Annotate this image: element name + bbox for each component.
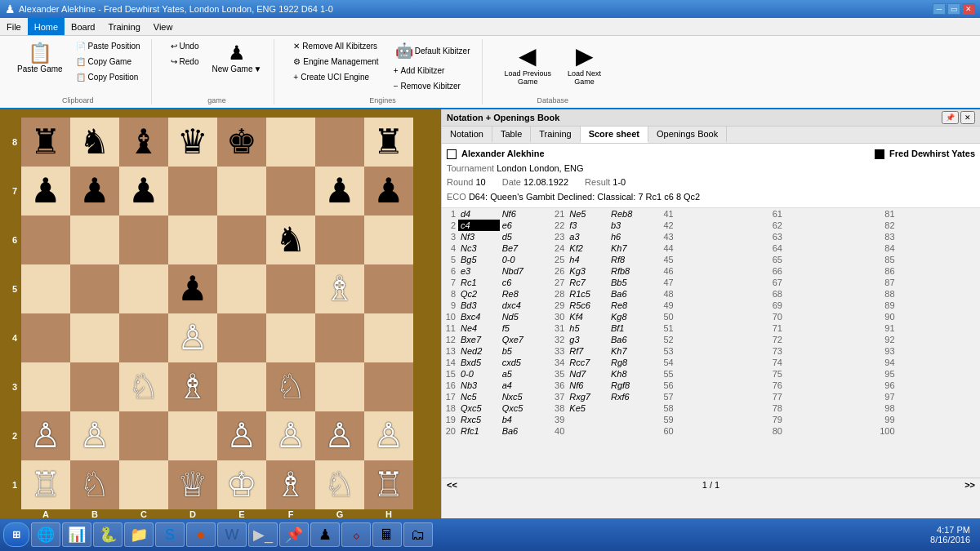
move-black-45[interactable] (717, 254, 759, 265)
sq-c5[interactable] (119, 264, 168, 313)
move-black-23[interactable]: h6 (608, 231, 650, 242)
move-black-71[interactable] (826, 322, 868, 334)
move-black-36[interactable]: Rgf8 (608, 380, 650, 391)
paste-game-button[interactable]: 📋 Paste Game (11, 39, 69, 76)
move-black-33[interactable]: Kh7 (608, 345, 650, 357)
sq-c1[interactable] (119, 460, 168, 509)
move-black-68[interactable] (826, 288, 868, 300)
move-black-58[interactable] (717, 402, 759, 414)
move-black-93[interactable] (938, 345, 980, 357)
move-black-44[interactable] (717, 242, 759, 254)
move-black-54[interactable] (717, 357, 759, 368)
move-white-18[interactable]: Qxc5 (458, 402, 500, 414)
taskbar-explorer[interactable]: 📁 (124, 522, 154, 547)
move-white-63[interactable] (785, 231, 826, 242)
move-black-85[interactable] (938, 254, 980, 265)
move-black-35[interactable]: Kh8 (608, 368, 650, 380)
move-white-27[interactable]: Rc7 (567, 277, 608, 288)
sq-f3[interactable]: ♘ (266, 362, 315, 411)
sq-e8[interactable]: ♚ (217, 118, 266, 167)
tab-table[interactable]: Table (492, 127, 531, 143)
move-black-83[interactable] (938, 231, 980, 242)
sq-g5[interactable]: ♗ (315, 264, 364, 313)
nav-next-next[interactable]: >> (964, 480, 975, 490)
move-black-9[interactable]: dxc4 (500, 300, 541, 311)
move-black-41[interactable] (717, 208, 759, 220)
move-white-60[interactable] (676, 425, 718, 437)
move-white-32[interactable]: g3 (567, 334, 608, 345)
sq-h7[interactable]: ♟ (364, 167, 413, 216)
move-black-57[interactable] (717, 391, 759, 402)
sq-g8[interactable] (315, 118, 364, 167)
sq-c4[interactable] (119, 313, 168, 362)
sq-f8[interactable] (266, 118, 315, 167)
move-white-96[interactable] (898, 380, 939, 391)
move-white-30[interactable]: Kf4 (567, 311, 608, 322)
move-white-92[interactable] (898, 334, 939, 345)
move-black-81[interactable] (938, 208, 980, 220)
move-white-59[interactable] (676, 414, 718, 425)
move-black-87[interactable] (938, 277, 980, 288)
remove-all-kibitzers-button[interactable]: ✕ Remove All Kibitzers (289, 39, 382, 53)
move-black-52[interactable] (717, 334, 759, 345)
move-black-51[interactable] (717, 322, 759, 334)
move-black-65[interactable] (826, 254, 868, 265)
move-black-96[interactable] (938, 380, 980, 391)
sq-a5[interactable] (21, 264, 70, 313)
move-black-94[interactable] (938, 357, 980, 368)
load-next-button[interactable]: ▶ Load NextGame (561, 39, 608, 89)
sq-e4[interactable] (217, 313, 266, 362)
new-game-button[interactable]: ♟ New Game ▼ (206, 39, 267, 76)
move-black-15[interactable]: a5 (500, 368, 541, 380)
move-white-79[interactable] (785, 414, 826, 425)
move-white-53[interactable] (676, 345, 718, 357)
move-black-66[interactable] (826, 265, 868, 277)
move-white-25[interactable]: h4 (567, 254, 608, 265)
move-black-3[interactable]: d5 (500, 231, 541, 242)
sq-e6[interactable] (217, 216, 266, 264)
move-white-29[interactable]: R5c6 (567, 300, 608, 311)
move-black-78[interactable] (826, 402, 868, 414)
move-black-37[interactable]: Rxf6 (608, 391, 650, 402)
move-white-86[interactable] (898, 265, 939, 277)
move-white-42[interactable] (676, 220, 718, 231)
move-white-43[interactable] (676, 231, 718, 242)
move-white-95[interactable] (898, 368, 939, 380)
sq-f4[interactable] (266, 313, 315, 362)
move-black-22[interactable]: b3 (608, 220, 650, 231)
move-white-15[interactable]: 0-0 (458, 368, 500, 380)
move-black-4[interactable]: Be7 (500, 242, 541, 254)
move-black-2[interactable]: e6 (500, 220, 541, 231)
move-white-35[interactable]: Nd7 (567, 368, 608, 380)
move-white-100[interactable] (898, 425, 939, 437)
move-black-25[interactable]: Rf8 (608, 254, 650, 265)
taskbar-calc[interactable]: 🖩 (372, 522, 402, 547)
taskbar-word[interactable]: W (217, 522, 247, 547)
move-white-76[interactable] (785, 380, 826, 391)
move-white-66[interactable] (785, 265, 826, 277)
move-white-46[interactable] (676, 265, 718, 277)
move-white-74[interactable] (785, 357, 826, 368)
taskbar-cmd[interactable]: ▶_ (248, 522, 278, 547)
move-black-30[interactable]: Kg8 (608, 311, 650, 322)
sq-a3[interactable] (21, 362, 70, 411)
taskbar-word-s[interactable]: S (155, 522, 185, 547)
menu-training[interactable]: Training (101, 18, 146, 35)
move-black-88[interactable] (938, 288, 980, 300)
sq-g2[interactable]: ♙ (315, 411, 364, 460)
move-white-26[interactable]: Kg3 (567, 265, 608, 277)
move-white-33[interactable]: Rf7 (567, 345, 608, 357)
sq-c6[interactable] (119, 216, 168, 264)
move-black-84[interactable] (938, 242, 980, 254)
menu-view[interactable]: View (147, 18, 180, 35)
move-black-91[interactable] (938, 322, 980, 334)
move-black-27[interactable]: Bb5 (608, 277, 650, 288)
move-black-6[interactable]: Nbd7 (500, 265, 541, 277)
move-white-14[interactable]: Bxd5 (458, 357, 500, 368)
sq-c3[interactable]: ♘ (119, 362, 168, 411)
move-black-26[interactable]: Rfb8 (608, 265, 650, 277)
sq-g4[interactable] (315, 313, 364, 362)
move-black-80[interactable] (826, 425, 868, 437)
move-white-83[interactable] (898, 231, 939, 242)
sq-e7[interactable] (217, 167, 266, 216)
